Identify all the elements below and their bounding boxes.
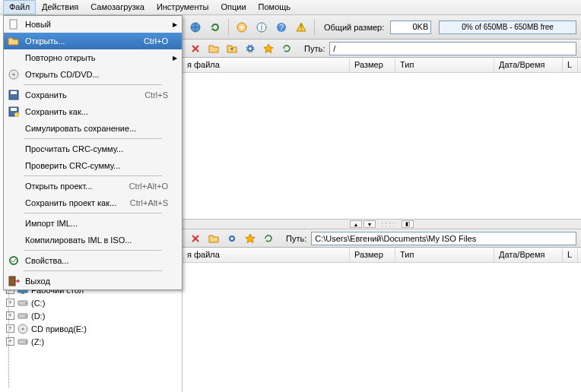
tree-item[interactable]: +CD привод(E:) [2,322,180,335]
menu-item[interactable]: Компилировать IML в ISO... [4,232,182,248]
total-size-value: 0KB [390,21,431,34]
tree-item[interactable]: +(Z:) [2,335,180,348]
menu-separator [24,84,162,85]
menu-actions[interactable]: Действия [36,0,84,14]
menu-item-label: Открыть... [25,36,144,46]
column-header[interactable]: Дата/Время [494,248,563,262]
refresh-icon[interactable] [207,19,224,36]
column-header[interactable]: я файла [183,58,350,72]
menu-item[interactable]: Сохранить проект как...Ctrl+Alt+S [4,194,182,211]
path-label: Путь: [286,234,306,243]
save-icon [7,89,21,101]
expand-toggle[interactable]: + [6,337,14,346]
drive-icon [17,298,29,308]
menu-item[interactable]: Сохранить как... [4,103,182,120]
globe-icon[interactable] [187,19,204,36]
menu-item-label: Сохранить как... [25,107,179,116]
info-icon[interactable]: i [253,19,270,36]
blank-icon [7,122,21,134]
gear-icon[interactable] [242,40,259,57]
menu-separator [24,270,162,271]
menu-item[interactable]: Новый [4,16,182,33]
image-path-input[interactable] [329,42,576,55]
menu-options[interactable]: Опции [214,0,252,14]
menubar: Файл Действия Самозагрузка Инструменты О… [0,0,581,15]
folder-open-icon[interactable] [205,40,222,57]
menu-file[interactable]: Файл [3,0,36,14]
menu-shortcut: Ctrl+O [144,36,168,46]
tree-item[interactable]: +(D:) [2,309,180,322]
gear-icon[interactable] [224,230,240,247]
svg-rect-9 [9,277,15,286]
svg-point-12 [240,26,243,29]
menu-separator [24,213,162,213]
collapse-down-icon[interactable]: ▼ [364,220,376,228]
main-toolbar: i ? ! Общий размер: 0KB 0% of 650MB - 65… [183,15,581,40]
menu-item-label: Выход [25,277,179,286]
column-header[interactable]: L [563,58,578,72]
delete-icon[interactable] [187,40,204,57]
svg-point-30 [25,341,27,343]
folder-open-icon[interactable] [205,230,222,247]
menu-bootable[interactable]: Самозагрузка [84,0,151,14]
menu-item-label: Симулировать сохранение... [25,124,179,133]
local-path-input[interactable] [311,232,576,245]
file-menu-dropdown: НовыйОткрыть...Ctrl+OПовторно открытьОтк… [3,15,183,290]
menu-item-label: Повторно открыть [25,53,179,62]
menu-item[interactable]: Открыть...Ctrl+O [4,33,182,49]
help-icon[interactable]: ? [273,19,290,36]
menu-item[interactable]: Просчитать CRC-сумму... [4,141,182,157]
menu-help[interactable]: Помощь [252,0,297,14]
svg-point-7 [14,112,19,117]
image-file-list[interactable] [183,73,581,219]
blank-icon [7,52,21,64]
svg-text:?: ? [279,23,284,32]
collapse-up-icon[interactable]: ▲ [350,220,362,228]
blank-icon [7,217,21,229]
menu-tools[interactable]: Инструменты [151,0,215,14]
tree-label: (Z:) [31,337,44,346]
column-header[interactable]: Тип [395,58,494,72]
column-header[interactable]: L [563,248,578,262]
menu-item[interactable]: Открыть CD/DVD... [4,66,182,83]
svg-point-2 [13,74,15,76]
image-file-headers: я файлаРазмерТипДата/ВремяL [183,58,581,73]
splitter-grip[interactable]: :::: [381,220,396,229]
column-header[interactable]: Размер [350,248,395,262]
star-icon[interactable] [242,230,259,247]
menu-item[interactable]: Выход [4,273,182,289]
svg-point-18 [248,46,252,51]
new-icon [7,18,21,30]
tree-label: (C:) [31,299,45,308]
menu-item[interactable]: Проверить CRC-сумму... [4,157,182,174]
warn-icon[interactable]: ! [293,19,310,36]
menu-item[interactable]: Импорт IML... [4,215,182,232]
menu-item-label: Сохранить [25,90,144,100]
burn-icon[interactable] [233,19,250,36]
column-header[interactable]: Размер [350,58,395,72]
expand-icon[interactable]: ◧ [402,220,414,228]
tree-item[interactable]: +(C:) [2,296,180,309]
expand-toggle[interactable]: + [6,311,14,320]
refresh-mini-icon[interactable] [278,40,295,57]
menu-item[interactable]: Открыть проект...Ctrl+Alt+O [4,178,182,194]
expand-toggle[interactable]: + [6,299,14,307]
menu-item[interactable]: Свойства... [4,252,182,269]
star-icon[interactable] [260,40,277,57]
folder-up-icon[interactable] [224,40,240,57]
column-header[interactable]: я файла [183,248,350,262]
menu-item[interactable]: СохранитьCtrl+S [4,87,182,103]
column-header[interactable]: Тип [395,248,494,262]
expand-toggle[interactable]: + [6,324,14,333]
menu-item-label: Свойства... [25,256,179,265]
menu-item[interactable]: Симулировать сохранение... [4,120,182,137]
local-path-toolbar: Путь: [183,229,581,248]
menu-item-label: Открыть проект... [25,182,129,191]
column-header[interactable]: Дата/Время [494,58,563,72]
splitter[interactable]: ▲ ▼ :::: ◧ [183,219,581,229]
svg-rect-4 [11,91,17,94]
menu-shortcut: Ctrl+S [144,90,168,100]
delete-icon[interactable] [187,230,204,247]
refresh-mini-icon[interactable] [260,230,277,247]
menu-item[interactable]: Повторно открыть [4,49,182,66]
